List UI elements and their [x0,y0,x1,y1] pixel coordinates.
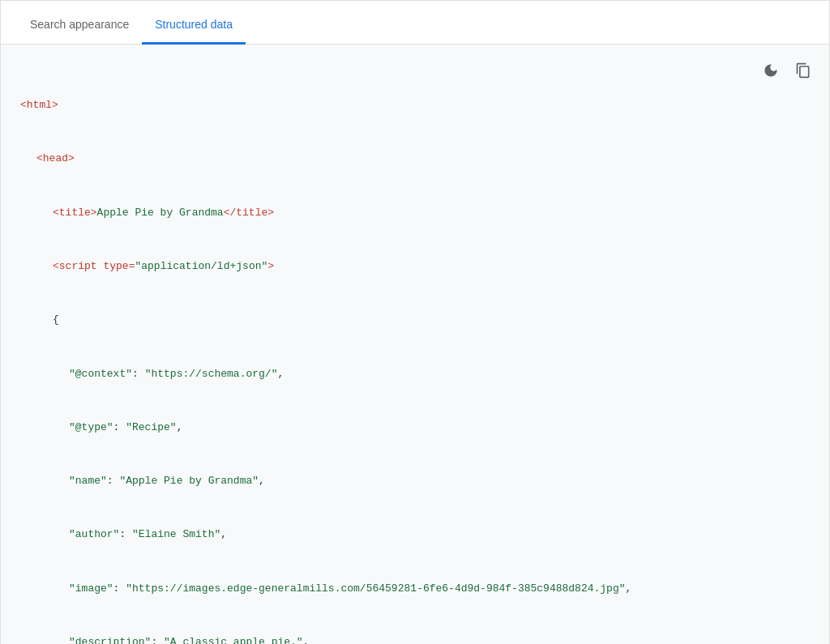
code-content: <html> <head> <title>Apple Pie by Grandm… [20,61,810,644]
main-container: Search appearance Structured data <html>… [0,0,830,644]
copy-button[interactable] [790,58,816,83]
tab-search-appearance[interactable]: Search appearance [17,6,142,45]
code-panel: <html> <head> <title>Apple Pie by Grandm… [1,45,829,644]
copy-icon [795,62,811,79]
theme-icon [763,62,779,79]
tab-bar: Search appearance Structured data [1,1,829,45]
tab-structured-data[interactable]: Structured data [142,6,246,45]
toolbar-icons [758,58,816,83]
theme-toggle-button[interactable] [758,58,784,83]
